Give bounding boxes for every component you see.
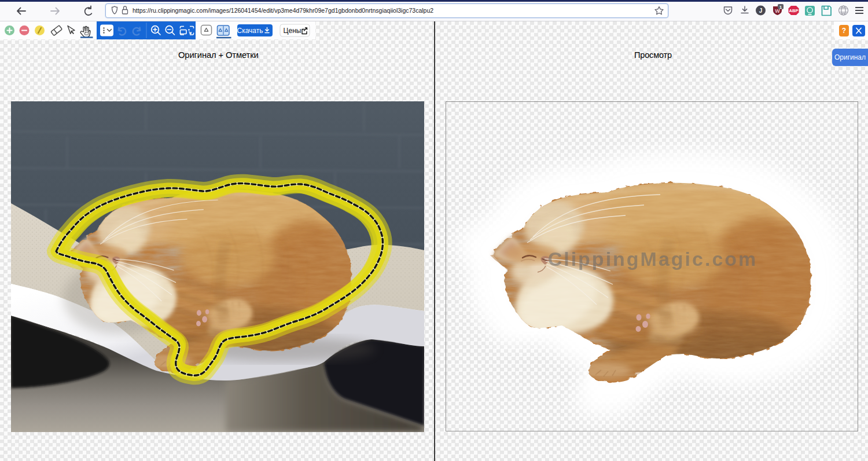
svg-text:ClippingMagic.com: ClippingMagic.com xyxy=(548,248,758,270)
svg-text:J: J xyxy=(759,8,763,14)
svg-text:Скачать: Скачать xyxy=(237,27,263,35)
svg-text:ABP: ABP xyxy=(789,8,799,13)
svg-text:Цены: Цены xyxy=(284,27,301,35)
svg-text:1: 1 xyxy=(779,5,782,10)
